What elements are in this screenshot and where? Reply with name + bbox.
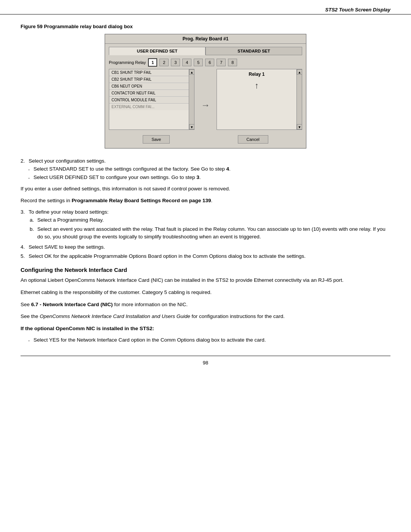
- bold-heading-text: If the optional OpenComm NIC is installe…: [21, 326, 138, 331]
- fault-item-5[interactable]: CONTROL MODULE FAIL: [109, 97, 194, 104]
- item4-text: Select SAVE to keep the settings.: [29, 244, 105, 250]
- relay-arrow-up-icon: ↑: [255, 78, 259, 91]
- relay-panel-inner: Relay 1 ↑: [217, 69, 302, 91]
- numbered-item-4: 4. Select SAVE to keep the settings.: [21, 244, 390, 250]
- relay-button-4[interactable]: 4: [182, 59, 191, 66]
- relay-button-3[interactable]: 3: [171, 59, 180, 66]
- para2-suffix: .: [211, 198, 212, 203]
- panels-row: CB1 SHUNT TRIP FAIL CB2 SHUNT TRIP FAIL …: [109, 69, 302, 130]
- dialog-title-bar: Prog. Relay Board #1: [105, 34, 306, 44]
- bullet-list-2: Select STANDARD SET to use the settings …: [28, 165, 390, 182]
- bullet1-text: Select STANDARD SET to use the settings …: [33, 166, 226, 172]
- nic-bullet-item: Select YES for the Network Interface Car…: [28, 336, 390, 344]
- relay-button-5[interactable]: 5: [194, 59, 203, 66]
- scrollbar-down-icon[interactable]: ▼: [189, 124, 194, 129]
- section-heading: Configuring the Network Interface Card: [21, 267, 390, 273]
- fault-item-6[interactable]: EXTERNAL COMM FAI...: [109, 104, 194, 110]
- page-header: STS2 Touch Screen Display: [0, 0, 411, 14]
- para3-suffix: for more information on the NIC.: [113, 302, 188, 307]
- right-panel-scrollbar[interactable]: ▲ ▼: [296, 69, 302, 129]
- nic-bullet-text: Select YES for the Network Interface Car…: [33, 337, 266, 343]
- sub-b-prefix: b.: [30, 225, 34, 233]
- bullet-item-2: Select USER DEFINED SET to configure you…: [28, 174, 390, 181]
- fault-list-panel: CB1 SHUNT TRIP FAIL CB2 SHUNT TRIP FAIL …: [109, 69, 194, 130]
- numbered-item-3: 3. To define your relay board settings: …: [21, 209, 390, 241]
- section-para1: An optional Liebert OpenComms Network In…: [21, 276, 390, 284]
- dialog-wrapper: Prog. Relay Board #1 USER DEFINED SET ST…: [21, 34, 390, 149]
- bullet1-bold: 4: [226, 166, 229, 172]
- para4-suffix: for configuration instructions for the c…: [190, 313, 285, 319]
- para3-prefix: See: [21, 302, 31, 307]
- numbered-item-2: 2. Select your configuration settings. S…: [21, 158, 390, 205]
- relay-button-8[interactable]: 8: [228, 59, 237, 66]
- sub-item-b: b. Select an event you want associated w…: [30, 225, 390, 241]
- section-para2: Ethernet cabling is the responsibility o…: [21, 288, 390, 297]
- tab-user-defined[interactable]: USER DEFINED SET: [109, 47, 206, 55]
- section-para4: See the OpenComms Network Interface Card…: [21, 312, 390, 321]
- para2-prefix: Record the settings in: [21, 198, 72, 203]
- item2-text: Select your configuration settings.: [29, 158, 106, 164]
- arrow-right-icon: →: [201, 101, 210, 110]
- bullet2-text: Select USER DEFINED SET to configure you…: [33, 174, 196, 180]
- relay-row: Programming Relay 1 2 3 4 5 6 7 8: [109, 58, 302, 67]
- item5-text: Select OK for the applicable Programmabl…: [29, 253, 306, 259]
- sub-b-text: Select an event you want associated with…: [37, 226, 386, 240]
- item3-prefix: 3.: [21, 209, 25, 215]
- relay-button-6[interactable]: 6: [205, 59, 214, 66]
- bullet-item-1: Select STANDARD SET to use the settings …: [28, 165, 390, 173]
- bullet2-suffix: .: [199, 174, 201, 180]
- item5-prefix: 5.: [21, 253, 25, 259]
- dialog-body: USER DEFINED SET STANDARD SET Programmin…: [105, 44, 306, 148]
- scrollbar-up-icon[interactable]: ▲: [189, 69, 194, 75]
- tab-standard[interactable]: STANDARD SET: [206, 47, 302, 55]
- para3-bold: 6.7 - Network Interface Card (NIC): [31, 302, 113, 307]
- para1: If you enter a user defined settings, th…: [21, 185, 390, 193]
- left-panel-scrollbar[interactable]: ▲ ▼: [189, 69, 194, 129]
- sub-a-text: Select a Programming Relay.: [37, 217, 104, 223]
- header-title: STS2 Touch Screen Display: [325, 7, 390, 13]
- item2-prefix: 2.: [21, 158, 25, 164]
- bold-heading-suffix: STS2:: [138, 326, 154, 331]
- relay-button-7[interactable]: 7: [217, 59, 226, 66]
- fault-item-3[interactable]: CB6 NEUT OPEN: [109, 83, 194, 90]
- fault-item-4[interactable]: CONTACTOR NEUT FAIL: [109, 90, 194, 97]
- para4-prefix: See the: [21, 313, 40, 319]
- save-button[interactable]: Save: [143, 135, 170, 144]
- relay-column-header: Relay 1: [249, 69, 264, 78]
- para2: Record the settings in Programmable Rela…: [21, 197, 390, 205]
- section-para3: See 6.7 - Network Interface Card (NIC) f…: [21, 300, 390, 309]
- nic-heading: If the optional OpenComm NIC is installe…: [21, 324, 390, 333]
- arrow-middle: →: [198, 69, 213, 130]
- main-content: Figure 59 Programmable relay board dialo…: [0, 14, 411, 377]
- page-footer: 98: [21, 356, 390, 366]
- sub-a-prefix: a.: [30, 216, 34, 224]
- tab-row: USER DEFINED SET STANDARD SET: [109, 47, 302, 55]
- relay-label: Programming Relay: [109, 60, 146, 65]
- sub-list-3: a. Select a Programming Relay. b. Select…: [30, 216, 390, 241]
- page-number: 98: [203, 360, 208, 366]
- item4-prefix: 4.: [21, 244, 25, 250]
- para4-italic: OpenComms Network Interface Card Install…: [40, 313, 190, 319]
- relay-column-panel: Relay 1 ↑ ▲ ▼: [217, 69, 302, 130]
- numbered-item-5: 5. Select OK for the applicable Programm…: [21, 253, 390, 259]
- right-scrollbar-down-icon[interactable]: ▼: [297, 124, 302, 129]
- fault-item-1[interactable]: CB1 SHUNT TRIP FAIL: [109, 69, 194, 76]
- nic-bullet-list: Select YES for the Network Interface Car…: [28, 336, 390, 344]
- right-scrollbar-up-icon[interactable]: ▲: [297, 69, 302, 75]
- cancel-button[interactable]: Cancel: [238, 135, 268, 144]
- bullet1-suffix: .: [229, 166, 231, 172]
- item3-text: To define your relay board settings:: [29, 209, 108, 215]
- dialog-box: Prog. Relay Board #1 USER DEFINED SET ST…: [105, 34, 306, 149]
- relay-button-2[interactable]: 2: [159, 59, 169, 66]
- sub-item-a: a. Select a Programming Relay.: [30, 216, 390, 224]
- bullet2-bold: 3: [196, 174, 199, 180]
- figure-caption: Figure 59 Programmable relay board dialo…: [21, 24, 390, 29]
- bottom-button-row: Save Cancel: [109, 133, 302, 145]
- para2-bold: Programmable Relay Board Settings Record…: [72, 198, 211, 203]
- fault-item-2[interactable]: CB2 SHUNT TRIP FAIL: [109, 76, 194, 83]
- relay-button-1[interactable]: 1: [148, 58, 157, 67]
